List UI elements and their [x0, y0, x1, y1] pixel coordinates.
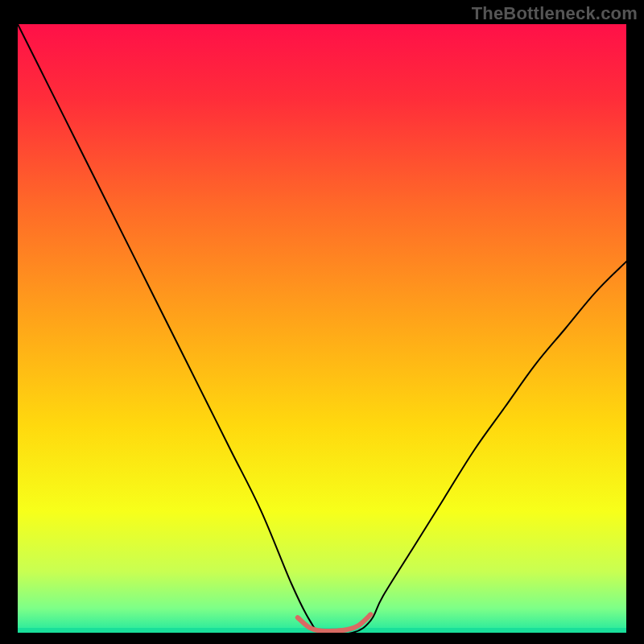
bottleneck-chart: [18, 24, 626, 633]
gradient-background: [18, 24, 626, 633]
plot-area: [18, 24, 626, 633]
chart-frame: TheBottleneck.com: [0, 0, 644, 644]
watermark-text: TheBottleneck.com: [472, 3, 638, 24]
